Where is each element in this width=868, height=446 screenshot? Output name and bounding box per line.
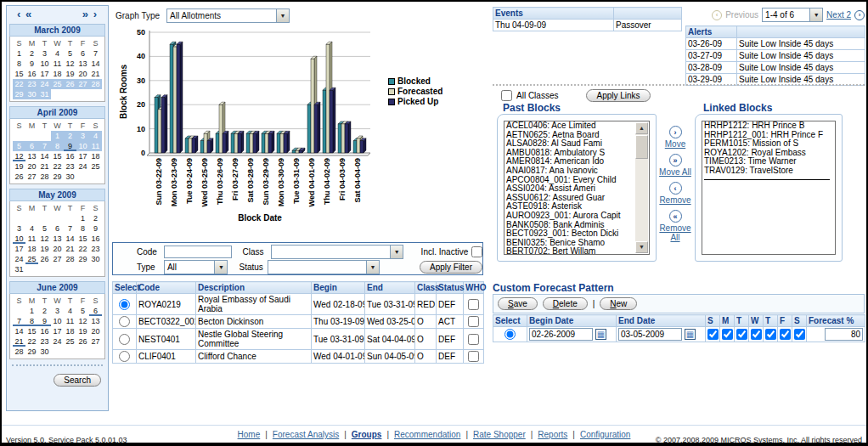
calendar-day[interactable]: 30 [64, 172, 76, 182]
calendar-day[interactable]: 28 [89, 79, 102, 89]
footer-link-home[interactable]: Home [238, 430, 261, 439]
transfer-link[interactable]: Remove All [659, 223, 690, 242]
apply-links-button[interactable]: Apply Links [586, 89, 650, 102]
column-header[interactable]: Description [196, 282, 312, 294]
calendar-back-icons[interactable]: ‹ « [17, 8, 32, 20]
calendar-day[interactable]: 17 [76, 151, 89, 161]
calendar-day[interactable]: 17 [13, 244, 25, 254]
calendar-day[interactable]: 17 [51, 326, 64, 336]
calendar-day[interactable]: 29 [13, 89, 25, 99]
list-item[interactable]: ANAI0817: Ana Ivanovic [504, 167, 635, 176]
day-checkbox[interactable] [794, 329, 805, 340]
list-item[interactable]: TRAV0129: TravelStore [702, 167, 835, 176]
type-select[interactable]: All ▼ [164, 260, 228, 274]
linked-blocks-list[interactable]: HRHP1212: HRH Prince BHRHP1212_001: HRH … [702, 121, 836, 255]
next-page-icon[interactable]: › [854, 10, 865, 20]
calendar-day[interactable]: 24 [51, 336, 64, 347]
new-button[interactable]: New [600, 297, 637, 310]
calendar-day[interactable]: 25 [51, 79, 64, 89]
end-date-input[interactable] [618, 328, 682, 341]
transfer-link[interactable]: Move All [659, 167, 691, 177]
search-button[interactable]: Search [54, 374, 101, 387]
calendar-forward-icons[interactable]: » › [82, 8, 98, 20]
calendar-day[interactable]: 16 [38, 326, 51, 336]
calendar-picker-icon[interactable]: ▦ [685, 329, 696, 340]
calendar-day[interactable]: 6 [89, 306, 102, 316]
calendar-day[interactable]: 12 [64, 59, 76, 69]
calendar-day[interactable]: 4 [25, 223, 38, 234]
calendar-day[interactable]: 27 [25, 172, 38, 182]
graph-type-select[interactable]: All Allotments ▼ [166, 8, 290, 23]
list-item[interactable]: HRHP1212: HRH Prince B [702, 121, 835, 131]
footer-link-recommendation[interactable]: Recommendation [394, 430, 460, 439]
calendar-day[interactable]: 8 [76, 223, 89, 234]
chevron-down-icon[interactable]: ▼ [214, 261, 227, 274]
footer-link-reports[interactable]: Reports [538, 430, 567, 439]
calendar-day[interactable]: 16 [25, 69, 38, 79]
calendar-day[interactable]: 15 [51, 151, 64, 161]
calendar-day[interactable]: 26 [76, 336, 89, 347]
calendar-day[interactable]: 16 [64, 151, 76, 161]
code-input[interactable] [164, 246, 232, 258]
status-select[interactable]: ▼ [268, 260, 380, 274]
calendar-day[interactable]: 8 [13, 59, 25, 69]
column-header[interactable]: Status [437, 282, 464, 294]
calendar-day[interactable]: 12 [76, 316, 89, 326]
calendar-day[interactable]: 16 [89, 234, 102, 244]
calendar-day[interactable]: 26 [64, 79, 76, 89]
calendar-day[interactable]: 25 [89, 161, 102, 172]
calendar-day[interactable]: 27 [51, 254, 64, 264]
calendar-day[interactable]: 25 [25, 254, 38, 264]
list-item[interactable]: AURO0923_001: Aurora Capit [504, 212, 635, 221]
column-header[interactable]: Select [113, 282, 137, 294]
calendar-day[interactable]: 29 [25, 347, 38, 357]
calendar-day[interactable]: 24 [38, 79, 51, 89]
calendar-day[interactable]: 14 [64, 234, 76, 244]
chevron-down-icon[interactable]: ▼ [390, 246, 403, 258]
calendar-day[interactable]: 22 [51, 161, 64, 172]
row-select-radio[interactable] [119, 334, 130, 345]
calendar-day[interactable]: 30 [25, 89, 38, 99]
calendar-day[interactable]: 7 [64, 223, 76, 234]
calendar-day[interactable]: 11 [64, 316, 76, 326]
calendar-day[interactable]: 31 [13, 264, 25, 274]
list-item[interactable]: ACEL0406: Ace Limited [504, 121, 635, 131]
arrow-circle-icon[interactable]: ‹ [669, 182, 682, 195]
calendar-day[interactable]: 29 [51, 172, 64, 182]
calendar-day[interactable]: 14 [89, 59, 102, 69]
calendar-day[interactable]: 5 [38, 223, 51, 234]
calendar-day[interactable]: 19 [13, 161, 25, 172]
row-select-radio[interactable] [119, 316, 130, 327]
calendar-day[interactable]: 6 [76, 48, 89, 59]
calendar-day[interactable]: 2 [25, 48, 38, 59]
calendar-day[interactable]: 10 [38, 59, 51, 69]
arrow-circle-icon[interactable]: › [669, 126, 682, 138]
next-small-icon[interactable]: › [93, 8, 98, 20]
row-select-radio[interactable] [119, 351, 130, 362]
who-checkbox[interactable] [468, 299, 479, 310]
footer-link-rate-shopper[interactable]: Rate Shopper [473, 430, 526, 439]
calendar-day[interactable]: 25 [64, 336, 76, 347]
who-checkbox[interactable] [468, 351, 479, 362]
calendar-day[interactable]: 3 [51, 306, 64, 316]
calendar-day[interactable]: 27 [89, 336, 102, 347]
scrollbar[interactable]: ▲ ▼ [635, 122, 648, 253]
calendar-day[interactable]: 4 [51, 48, 64, 59]
calendar-day[interactable]: 28 [13, 347, 25, 357]
calendar-day[interactable]: 10 [76, 141, 89, 151]
begin-date-input[interactable] [529, 328, 593, 341]
calendar-day[interactable]: 6 [51, 223, 64, 234]
calendar-day[interactable]: 8 [51, 141, 64, 151]
calendar-day[interactable]: 23 [38, 336, 51, 347]
who-checkbox[interactable] [468, 316, 479, 327]
calendar-day[interactable]: 13 [76, 59, 89, 69]
scroll-thumb[interactable] [635, 135, 648, 159]
calendar-day[interactable]: 19 [38, 244, 51, 254]
calendar-day[interactable]: 28 [38, 172, 51, 182]
calendar-day[interactable]: 8 [25, 316, 38, 326]
column-header[interactable]: End [365, 282, 415, 294]
calendar-day[interactable]: 24 [76, 161, 89, 172]
calendar-day[interactable]: 20 [89, 326, 102, 336]
delete-button[interactable]: Delete [543, 297, 588, 310]
previous-page-icon[interactable]: ‹ [712, 10, 722, 20]
